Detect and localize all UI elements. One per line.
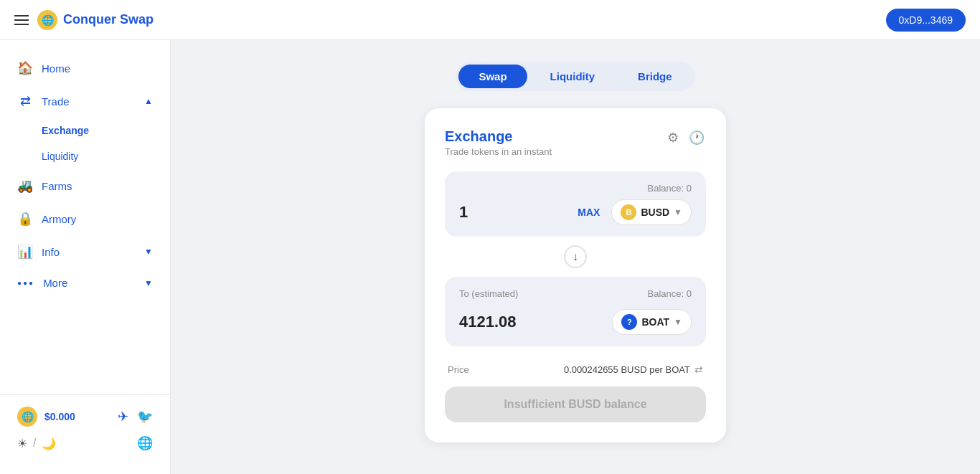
- sidebar-item-trade[interactable]: ⇄ Trade ▲: [0, 85, 170, 118]
- logo-text: Conquer Swap: [63, 12, 154, 27]
- sidebar-item-more[interactable]: ●●● More ▼: [0, 268, 170, 298]
- tab-swap[interactable]: Swap: [458, 65, 527, 88]
- card-title-area: Exchange Trade tokens in an instant: [445, 128, 552, 157]
- card-subtitle: Trade tokens in an instant: [445, 146, 552, 157]
- sidebar-item-label: Info: [42, 246, 60, 258]
- sidebar-item-armory[interactable]: 🔒 Armory: [0, 202, 170, 235]
- swap-price-direction-button[interactable]: ⇄: [694, 364, 703, 375]
- logo-icon: 🌐: [37, 10, 57, 30]
- header-left: 🌐 Conquer Swap: [14, 10, 154, 30]
- history-button[interactable]: 🕐: [687, 128, 706, 147]
- main-content: Swap Liquidity Bridge Exchange Trade tok…: [171, 40, 980, 474]
- armory-icon: 🔒: [17, 211, 33, 227]
- max-button[interactable]: MAX: [575, 207, 603, 218]
- chevron-down-icon: ▼: [144, 247, 153, 257]
- sidebar: 🏠 Home ⇄ Trade ▲ Exchange Liquidity 🚜 Fa…: [0, 40, 171, 474]
- swap-arrow-row: ↓: [445, 245, 706, 268]
- price-label: Price: [448, 364, 469, 375]
- social-icons: ✈ 🐦: [118, 409, 153, 425]
- to-token-name: BOAT: [641, 316, 669, 328]
- chevron-down-icon: ▼: [144, 278, 153, 288]
- card-title: Exchange: [445, 128, 552, 145]
- from-token-name: BUSD: [641, 207, 669, 218]
- from-balance-row: Balance: 0: [459, 183, 692, 194]
- logo[interactable]: 🌐 Conquer Swap: [37, 10, 154, 30]
- boat-logo: ?: [621, 314, 637, 330]
- exchange-label: Exchange: [42, 125, 89, 136]
- swap-direction-button[interactable]: ↓: [564, 245, 587, 268]
- sidebar-item-label: Trade: [42, 95, 70, 108]
- sidebar-subitem-exchange[interactable]: Exchange: [0, 118, 170, 143]
- to-token-selector[interactable]: ? BOAT ▼: [612, 309, 692, 335]
- chevron-up-icon: ▲: [144, 96, 153, 106]
- layout: 🏠 Home ⇄ Trade ▲ Exchange Liquidity 🚜 Fa…: [0, 40, 980, 474]
- to-amount-input[interactable]: [459, 313, 603, 331]
- from-amount-input[interactable]: [459, 203, 566, 222]
- arrow-down-icon: ↓: [573, 250, 578, 263]
- header: 🌐 Conquer Swap 0xD9...3469: [0, 0, 980, 40]
- dark-mode-icon[interactable]: 🌙: [42, 437, 56, 450]
- card-header: Exchange Trade tokens in an instant ⚙ 🕐: [445, 128, 706, 157]
- sidebar-item-label: Home: [42, 62, 70, 75]
- sidebar-item-home[interactable]: 🏠 Home: [0, 52, 170, 85]
- tab-bar: Swap Liquidity Bridge: [456, 62, 694, 91]
- hamburger-icon[interactable]: [14, 15, 29, 25]
- card-actions: ⚙ 🕐: [666, 128, 706, 147]
- to-balance: Balance: 0: [648, 288, 692, 303]
- home-icon: 🏠: [17, 60, 33, 76]
- telegram-icon[interactable]: ✈: [118, 409, 128, 425]
- tab-liquidity[interactable]: Liquidity: [530, 65, 616, 88]
- price-info-row: Price 0.000242655 BUSD per BOAT ⇄: [445, 355, 706, 384]
- liquidity-label: Liquidity: [42, 151, 78, 162]
- price-token-icon: 🌐: [17, 407, 37, 427]
- theme-row: ☀ / 🌙 🌐: [17, 435, 153, 451]
- farms-icon: 🚜: [17, 178, 33, 194]
- to-token-box: To (estimated) Balance: 0 ? BOAT ▼: [445, 277, 706, 346]
- sidebar-subitem-liquidity[interactable]: Liquidity: [0, 143, 170, 169]
- to-label: To (estimated): [459, 288, 518, 299]
- to-token-row: ? BOAT ▼: [459, 309, 692, 335]
- busd-logo: B: [621, 204, 636, 220]
- to-top-row: To (estimated) Balance: 0: [459, 288, 692, 303]
- light-mode-icon[interactable]: ☀: [17, 437, 27, 450]
- settings-button[interactable]: ⚙: [666, 128, 680, 147]
- from-token-box: Balance: 0 MAX B BUSD ▼: [445, 171, 706, 237]
- sidebar-item-label: Farms: [42, 180, 72, 192]
- trade-icon: ⇄: [17, 93, 33, 109]
- twitter-icon[interactable]: 🐦: [137, 409, 153, 425]
- info-icon: 📊: [17, 244, 33, 260]
- sidebar-item-farms[interactable]: 🚜 Farms: [0, 169, 170, 202]
- from-token-selector[interactable]: B BUSD ▼: [611, 199, 692, 225]
- more-icon: ●●●: [17, 279, 34, 287]
- sidebar-item-info[interactable]: 📊 Info ▼: [0, 235, 170, 268]
- price-value: 0.000242655 BUSD per BOAT: [564, 364, 690, 375]
- exchange-card: Exchange Trade tokens in an instant ⚙ 🕐 …: [425, 108, 726, 442]
- sidebar-item-label: Armory: [42, 213, 76, 225]
- sidebar-bottom: 🌐 $0.000 ✈ 🐦 ☀ / 🌙 🌐: [0, 394, 170, 463]
- wallet-button[interactable]: 0xD9...3469: [886, 9, 966, 32]
- globe-icon[interactable]: 🌐: [137, 435, 153, 451]
- theme-divider: /: [33, 437, 36, 450]
- insufficient-balance-button: Insufficient BUSD balance: [445, 387, 706, 422]
- from-balance: Balance: 0: [648, 183, 692, 194]
- tab-bridge[interactable]: Bridge: [618, 65, 692, 88]
- price-value-area: 0.000242655 BUSD per BOAT ⇄: [564, 364, 703, 375]
- from-token-chevron-icon: ▼: [674, 207, 682, 217]
- price-row: 🌐 $0.000 ✈ 🐦: [17, 407, 153, 427]
- to-token-chevron-icon: ▼: [674, 317, 682, 327]
- from-token-row: MAX B BUSD ▼: [459, 199, 692, 225]
- price-text: $0.000: [44, 411, 75, 422]
- sidebar-item-label: More: [43, 277, 67, 289]
